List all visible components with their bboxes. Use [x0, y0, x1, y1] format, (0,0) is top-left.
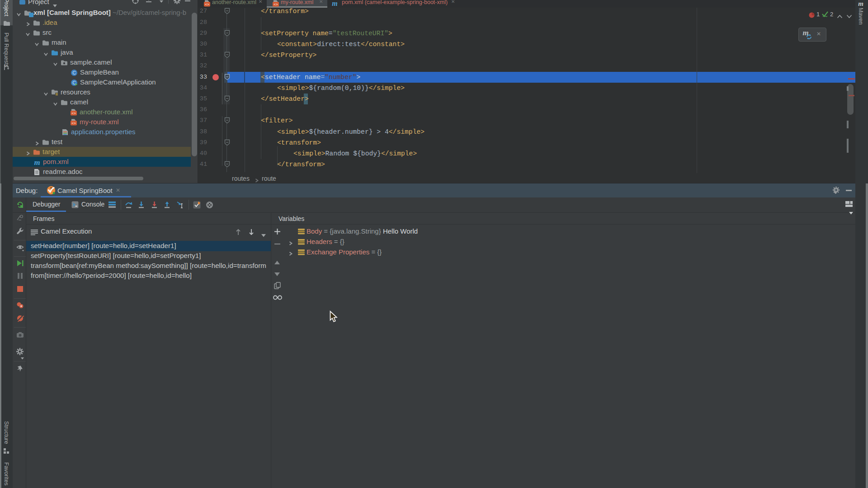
svg-text:C: C [72, 70, 76, 75]
svg-text:<>: <> [71, 111, 76, 115]
svg-text:m: m [332, 0, 337, 7]
svg-text:m: m [858, 0, 863, 7]
svg-text:m: m [34, 159, 40, 166]
svg-text:<>: <> [71, 121, 76, 125]
